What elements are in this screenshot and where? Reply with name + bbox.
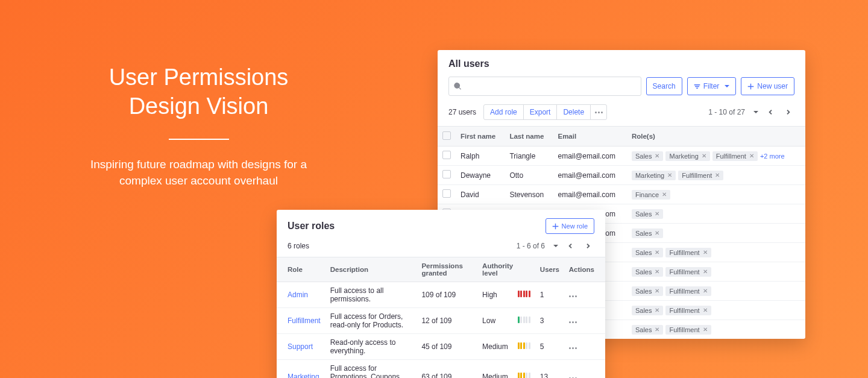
row-actions-button[interactable] — [569, 295, 577, 297]
role-link[interactable]: Fulfillment — [288, 317, 321, 325]
role-chip[interactable]: Sales ✕ — [632, 209, 664, 219]
col-last-name[interactable]: Last name — [505, 127, 553, 146]
users-count: 27 users — [448, 108, 476, 116]
cell-authority: Low — [477, 308, 513, 334]
chevron-down-icon[interactable] — [753, 111, 758, 113]
cell-users: 5 — [535, 334, 564, 360]
remove-chip-icon[interactable]: ✕ — [655, 249, 659, 256]
role-chip[interactable]: Sales ✕ — [632, 267, 664, 277]
row-checkbox[interactable] — [442, 151, 451, 159]
remove-chip-icon[interactable]: ✕ — [667, 172, 672, 178]
role-chip[interactable]: Finance ✕ — [632, 190, 670, 200]
cell-roles: Sales ✕Fulfillment ✕ — [627, 282, 805, 301]
cell-roles: Sales ✕Fulfillment ✕ — [627, 320, 805, 339]
role-chip[interactable]: Fulfillment ✕ — [665, 306, 711, 315]
col-actions[interactable]: Actions — [564, 257, 605, 282]
more-roles-link[interactable]: +2 more — [760, 153, 785, 160]
hero-divider — [169, 139, 229, 140]
remove-chip-icon[interactable]: ✕ — [662, 191, 667, 198]
role-chip[interactable]: Fulfillment ✕ — [665, 325, 711, 335]
more-actions-button[interactable] — [590, 104, 607, 120]
row-checkbox[interactable] — [442, 189, 451, 198]
role-chip[interactable]: Fulfillment ✕ — [665, 248, 711, 257]
table-row[interactable]: Fulfillment Full access for Orders, read… — [277, 308, 605, 334]
role-chip[interactable]: Marketing ✕ — [632, 171, 676, 180]
remove-chip-icon[interactable]: ✕ — [749, 153, 754, 159]
remove-chip-icon[interactable]: ✕ — [703, 249, 708, 256]
role-chip[interactable]: Fulfillment ✕ — [665, 286, 711, 296]
users-pager: 1 - 10 of 27 — [708, 106, 794, 118]
role-link[interactable]: Admin — [288, 291, 308, 299]
role-chip[interactable]: Sales ✕ — [632, 286, 664, 296]
page-prev-button[interactable] — [564, 240, 576, 252]
remove-chip-icon[interactable]: ✕ — [655, 153, 659, 159]
col-first-name[interactable]: First name — [456, 127, 505, 146]
col-description[interactable]: Description — [326, 257, 417, 282]
remove-chip-icon[interactable]: ✕ — [703, 288, 708, 294]
col-users[interactable]: Users — [535, 257, 564, 282]
remove-chip-icon[interactable]: ✕ — [703, 326, 708, 333]
cell-permissions: 63 of 109 — [417, 360, 477, 379]
select-all-checkbox[interactable] — [442, 131, 451, 140]
row-actions-button[interactable] — [569, 321, 577, 323]
remove-chip-icon[interactable]: ✕ — [655, 230, 659, 236]
delete-button[interactable]: Delete — [556, 104, 591, 120]
role-chip[interactable]: Fulfillment ✕ — [712, 151, 758, 161]
table-row[interactable]: Admin Full access to all permissions. 10… — [277, 282, 605, 308]
search-input[interactable] — [448, 77, 641, 96]
remove-chip-icon[interactable]: ✕ — [655, 210, 659, 217]
col-role[interactable]: Role — [277, 257, 326, 282]
remove-chip-icon[interactable]: ✕ — [655, 268, 659, 275]
cell-description: Full access to all permissions. — [326, 282, 417, 308]
col-permissions[interactable]: Permissions granted — [417, 257, 477, 282]
page-prev-button[interactable] — [764, 106, 776, 118]
authority-meter — [513, 308, 535, 334]
chevron-down-icon[interactable] — [553, 245, 558, 247]
role-chip[interactable]: Sales ✕ — [632, 228, 664, 238]
page-next-button[interactable] — [782, 106, 794, 118]
role-chip[interactable]: Sales ✕ — [632, 325, 664, 335]
remove-chip-icon[interactable]: ✕ — [702, 153, 706, 159]
role-chip[interactable]: Sales ✕ — [632, 306, 664, 315]
cell-authority: Medium — [477, 334, 513, 360]
roles-title: User roles — [288, 221, 335, 232]
hero-subtitle: Inspiring future roadmap with designs fo… — [74, 157, 324, 189]
remove-chip-icon[interactable]: ✕ — [715, 172, 720, 178]
remove-chip-icon[interactable]: ✕ — [655, 326, 659, 333]
col-email[interactable]: Email — [553, 127, 626, 146]
table-row[interactable]: Ralph Triangle email@email.com Sales ✕Ma… — [438, 146, 805, 166]
cell-last-name: Stevenson — [505, 185, 553, 204]
cell-roles: Marketing ✕Fulfillment ✕ — [627, 166, 805, 185]
table-row[interactable]: David Stevenson email@email.com Finance … — [438, 185, 805, 204]
row-actions-button[interactable] — [569, 347, 577, 349]
role-chip[interactable]: Sales ✕ — [632, 151, 664, 161]
cell-last-name: Triangle — [505, 146, 553, 166]
remove-chip-icon[interactable]: ✕ — [655, 307, 659, 313]
col-authority[interactable]: Authority level — [477, 257, 535, 282]
add-role-button[interactable]: Add role — [483, 104, 524, 120]
roles-table: Role Description Permissions granted Aut… — [277, 257, 605, 378]
role-link[interactable]: Marketing — [288, 373, 319, 378]
role-chip[interactable]: Fulfillment ✕ — [678, 171, 723, 180]
cell-roles: Sales ✕Fulfillment ✕ — [627, 243, 805, 262]
row-checkbox[interactable] — [442, 170, 451, 178]
page-next-button[interactable] — [582, 240, 594, 252]
export-button[interactable]: Export — [523, 104, 558, 120]
remove-chip-icon[interactable]: ✕ — [703, 307, 708, 313]
new-role-button[interactable]: New role — [546, 218, 594, 234]
filter-button[interactable]: Filter — [687, 77, 737, 95]
new-user-button[interactable]: New user — [741, 77, 794, 95]
table-row[interactable]: Marketing Full access for Promotions, Co… — [277, 360, 605, 379]
remove-chip-icon[interactable]: ✕ — [703, 268, 708, 275]
table-row[interactable]: Support Read-only access to everything. … — [277, 334, 605, 360]
role-chip[interactable]: Marketing ✕ — [665, 151, 709, 161]
search-button[interactable]: Search — [646, 77, 682, 95]
cell-permissions: 45 of 109 — [417, 334, 477, 360]
cell-first-name: Dewayne — [456, 166, 505, 185]
role-chip[interactable]: Sales ✕ — [632, 248, 664, 257]
remove-chip-icon[interactable]: ✕ — [655, 288, 659, 294]
role-chip[interactable]: Fulfillment ✕ — [665, 267, 711, 277]
col-roles[interactable]: Role(s) — [627, 127, 805, 146]
role-link[interactable]: Support — [288, 342, 313, 351]
table-row[interactable]: Dewayne Otto email@email.com Marketing ✕… — [438, 166, 805, 185]
